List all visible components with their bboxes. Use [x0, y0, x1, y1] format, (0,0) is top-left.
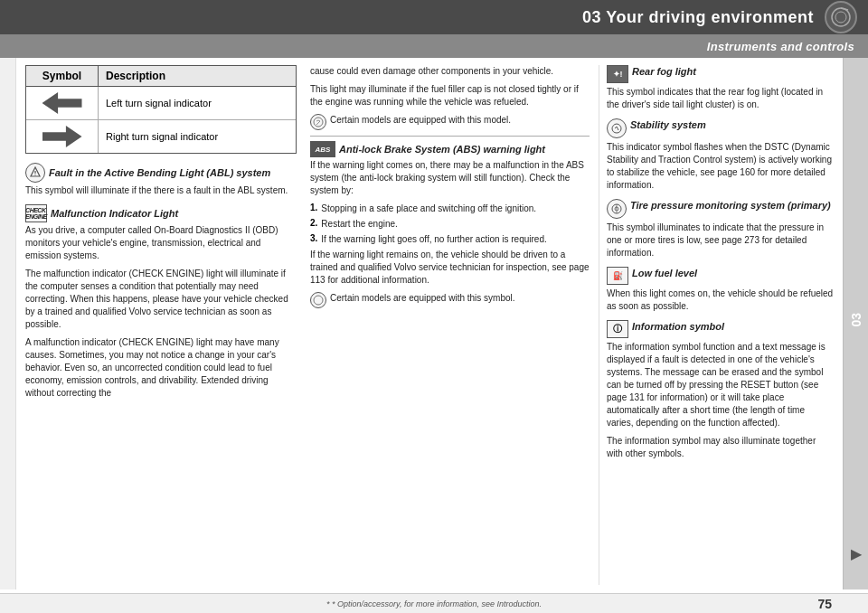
- stability-body: This indicator symbol flashes when the D…: [607, 141, 834, 192]
- abs-section: ABS Anti-lock Brake System (ABS) warning…: [310, 141, 590, 308]
- check-engine-title: CHECKENGINE Malfunction Indicator Light: [25, 204, 297, 222]
- footer: * * Option/accessory, for more informati…: [0, 593, 868, 613]
- tire-title-text: Tire pressure monitoring system (primary…: [630, 199, 831, 212]
- footer-note: * * Option/accessory, for more informati…: [326, 599, 542, 608]
- abl-icon: [25, 163, 45, 183]
- info-body: The information symbol function and a te…: [607, 341, 834, 429]
- step-text: If the warning light goes off, no furthe…: [321, 233, 546, 246]
- note-text-2: Certain models are equipped with this sy…: [330, 292, 515, 305]
- stability-title-text: Stability system: [630, 118, 706, 131]
- abl-body: This symbol will illuminate if the there…: [25, 184, 297, 197]
- rear-fog-body: This symbol indicates that the rear fog …: [607, 86, 834, 111]
- rear-fog-icon: ✦!: [607, 65, 628, 83]
- middle-body2: This light may illuminate if the fuel fi…: [310, 83, 590, 108]
- middle-column: cause could even damage other components…: [306, 65, 590, 585]
- header-title: 03 Your driving environment: [582, 8, 814, 27]
- note-icon-1: [310, 114, 326, 130]
- desc-left-turn: Left turn signal indicator: [99, 93, 296, 113]
- fuel-title-text: Low fuel level: [632, 267, 697, 279]
- step-text: Stopping in a safe place and switching o…: [321, 203, 536, 215]
- info-body2: The information symbol may also illumina…: [607, 435, 834, 460]
- rear-fog-title-text: Rear fog light: [632, 65, 696, 78]
- info-title: ⓘ Information symbol: [607, 320, 834, 338]
- note-block-2: Certain models are equipped with this sy…: [310, 292, 590, 308]
- rear-fog-title: ✦! Rear fog light: [607, 65, 834, 83]
- volvo-logo: [825, 1, 857, 33]
- info-section: ⓘ Information symbol The information sym…: [607, 320, 834, 460]
- note-text-1: Certain models are equipped with this mo…: [330, 114, 511, 127]
- stability-icon: [607, 118, 627, 138]
- divider: [310, 136, 590, 137]
- svg-line-2: [841, 8, 848, 10]
- svg-point-5: [314, 118, 323, 127]
- list-item: 3. If the warning light goes off, no fur…: [310, 233, 590, 246]
- page-number: 75: [817, 597, 832, 611]
- svg-point-1: [835, 12, 846, 23]
- right-column: ✦! Rear fog light This symbol indicates …: [599, 65, 834, 585]
- fuel-section: ⛽ Low fuel level When this light comes o…: [607, 267, 834, 313]
- fuel-title: ⛽ Low fuel level: [607, 267, 834, 285]
- check-engine-body2: The malfunction indicator (CHECK ENGINE)…: [25, 268, 297, 331]
- check-engine-body3: A malfunction indicator (CHECK ENGINE) l…: [25, 336, 297, 400]
- abs-title: ABS Anti-lock Brake System (ABS) warning…: [310, 141, 590, 157]
- check-engine-icon: CHECKENGINE: [25, 204, 47, 222]
- list-item: 2. Restart the engine.: [310, 218, 590, 231]
- right-sidebar: 03 ▶: [843, 58, 868, 589]
- main-content: Symbol Description Left turn signal indi…: [0, 58, 868, 589]
- symbol-right-turn: [26, 120, 99, 153]
- col-symbol-header: Symbol: [26, 66, 99, 86]
- info-title-text: Information symbol: [632, 320, 724, 333]
- rear-fog-section: ✦! Rear fog light This symbol indicates …: [607, 65, 834, 111]
- info-icon: ⓘ: [607, 320, 628, 338]
- symbol-left-turn: [26, 87, 99, 119]
- step-number: 2.: [310, 218, 317, 231]
- stability-section: Stability system This indicator symbol f…: [607, 118, 834, 192]
- abs-steps: 1. Stopping in a safe place and switchin…: [310, 203, 590, 246]
- right-arrow-icon: [42, 126, 82, 147]
- step-number: 3.: [310, 233, 317, 246]
- abl-section: Fault in the Active Bending Light (ABL) …: [25, 163, 297, 197]
- table-row: Right turn signal indicator: [26, 120, 296, 153]
- tire-icon: !: [607, 199, 627, 219]
- list-item: 1. Stopping in a safe place and switchin…: [310, 203, 590, 215]
- desc-right-turn: Right turn signal indicator: [99, 127, 296, 146]
- left-strip: [0, 58, 16, 589]
- check-engine-body1: As you drive, a computer called On-Board…: [25, 224, 297, 262]
- chapter-number: 03: [849, 313, 863, 327]
- left-column: Symbol Description Left turn signal indi…: [25, 65, 297, 585]
- abs-title-text: Anti-lock Brake System (ABS) warning lig…: [339, 144, 545, 155]
- tire-title: ! Tire pressure monitoring system (prima…: [607, 199, 834, 219]
- stability-title: Stability system: [607, 118, 834, 138]
- abs-body2: If the warning light remains on, the veh…: [310, 249, 590, 287]
- symbol-table: Symbol Description Left turn signal indi…: [25, 65, 297, 154]
- abl-title-text: Fault in the Active Bending Light (ABL) …: [49, 167, 270, 178]
- svg-text:!: !: [616, 205, 617, 211]
- tire-body: This symbol illuminates to indicate that…: [607, 222, 834, 259]
- sub-header-text: Instruments and controls: [707, 40, 854, 53]
- sub-header: Instruments and controls: [0, 34, 868, 58]
- next-page-arrow[interactable]: ▶: [851, 545, 862, 562]
- left-arrow-icon: [42, 92, 82, 114]
- svg-point-4: [34, 174, 35, 175]
- svg-point-0: [832, 8, 850, 26]
- abs-icon: ABS: [310, 141, 335, 157]
- middle-body1: cause could even damage other components…: [310, 65, 590, 78]
- table-header: Symbol Description: [26, 66, 296, 87]
- check-engine-section: CHECKENGINE Malfunction Indicator Light …: [25, 204, 297, 400]
- fuel-body: When this light comes on, the vehicle sh…: [607, 288, 834, 313]
- step-number: 1.: [310, 203, 317, 215]
- content-area: Symbol Description Left turn signal indi…: [16, 58, 843, 589]
- abl-title: Fault in the Active Bending Light (ABL) …: [25, 163, 297, 183]
- tire-section: ! Tire pressure monitoring system (prima…: [607, 199, 834, 259]
- note-block-1: Certain models are equipped with this mo…: [310, 114, 590, 130]
- step-text: Restart the engine.: [321, 218, 398, 231]
- svg-point-6: [314, 296, 323, 305]
- abs-body1: If the warning light comes on, there may…: [310, 159, 590, 197]
- table-row: Left turn signal indicator: [26, 87, 296, 120]
- col-description-header: Description: [99, 66, 296, 86]
- note-icon-2: [310, 292, 326, 308]
- header-bar: 03 Your driving environment: [0, 0, 868, 34]
- fuel-icon: ⛽: [607, 267, 628, 285]
- check-engine-title-text: Malfunction Indicator Light: [51, 208, 178, 219]
